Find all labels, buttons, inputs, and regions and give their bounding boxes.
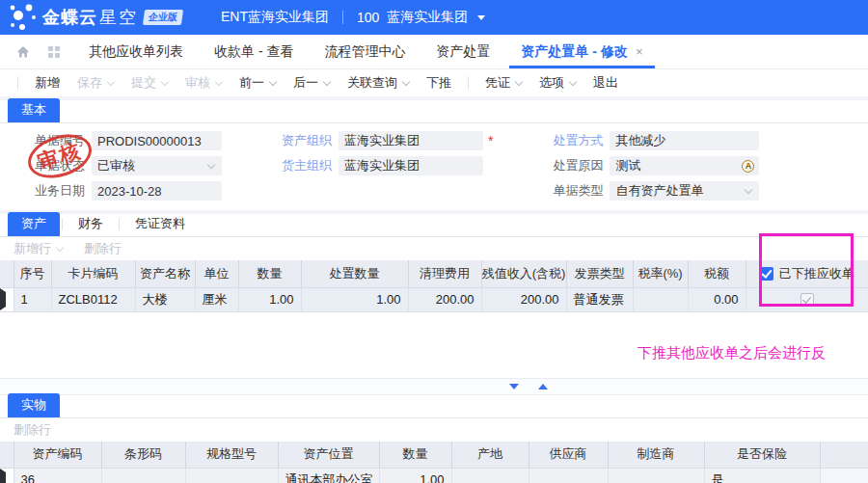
column-header-asset-name[interactable]: 资产名称 [135, 260, 195, 287]
options-button[interactable]: 选项 [530, 74, 584, 92]
org-name[interactable]: 蓝海实业集团 [387, 9, 468, 26]
app-grid-icon[interactable] [48, 46, 60, 58]
bill-no-field[interactable]: PRODIS00000013 [92, 131, 222, 150]
pushed-checkbox-header[interactable] [760, 267, 773, 281]
tab-asset[interactable]: 资产 [8, 212, 60, 236]
cell-seq[interactable]: 1 [14, 287, 51, 311]
physical-table-row[interactable]: 36 通讯本部办公室 1.00 是 [0, 469, 868, 483]
column-header-disposal-qty[interactable]: 处置数量 [301, 260, 408, 287]
cell-asset-location[interactable]: 通讯本部办公室 [278, 469, 379, 483]
exit-button[interactable]: 退出 [584, 74, 627, 92]
owner-org-label[interactable]: 货主组织 [272, 157, 332, 174]
linked-query-button[interactable]: 关联查询 [339, 74, 418, 92]
cell-tax-amount[interactable]: 0.00 [688, 287, 746, 311]
column-header-asset-code[interactable]: 资产编码 [14, 442, 101, 469]
collapse-up-icon[interactable] [538, 384, 548, 389]
owner-org-field[interactable]: 蓝海实业集团 [339, 156, 483, 175]
tab-finance[interactable]: 财务 [65, 212, 117, 236]
cell-qty[interactable]: 1.00 [238, 287, 301, 311]
cell-unit[interactable]: 厘米 [195, 287, 238, 311]
column-header-spec-model[interactable]: 规格型号 [185, 442, 278, 469]
asset-table-row[interactable]: 1 ZCLB0112 大楼 厘米 1.00 1.00 200.00 200.00… [0, 287, 868, 311]
cell-tax-rate[interactable] [633, 287, 688, 311]
column-header-manufacturer[interactable]: 制造商 [608, 442, 704, 469]
column-header-pushed[interactable]: 已下推应收单 [746, 260, 868, 287]
tab-asset-disposal[interactable]: 资产处置 [420, 35, 505, 68]
tab-receipt-view[interactable]: 收款单 - 查看 [199, 35, 309, 68]
cell-barcode[interactable] [101, 469, 185, 483]
column-header-insured[interactable]: 是否保险 [704, 442, 820, 469]
column-header-barcode[interactable]: 条形码 [101, 442, 185, 469]
audit-button[interactable]: 审核 [176, 74, 231, 92]
tab-voucher-info[interactable]: 凭证资料 [122, 212, 199, 236]
save-button[interactable]: 保存 [68, 74, 122, 92]
tab-asset-disposal-edit[interactable]: 资产处置单 - 修改 × [505, 35, 658, 68]
voucher-button[interactable]: 凭证 [476, 74, 530, 92]
annotation-text: 下推其他应收单之后会进行反 [637, 344, 826, 362]
new-button[interactable]: 新增 [26, 74, 68, 92]
bill-type-select[interactable]: 自有资产处置单 [610, 181, 759, 201]
column-header-seq[interactable]: 序号 [14, 260, 51, 287]
cell-card-code[interactable]: ZCLB0112 [51, 287, 135, 311]
push-down-button[interactable]: 下推 [418, 74, 460, 92]
pushed-checkbox[interactable] [800, 293, 814, 307]
column-header-cleanup-fee[interactable]: 清理费用 [408, 260, 481, 287]
tab-close-icon[interactable]: × [636, 44, 643, 59]
cell-residual-income[interactable]: 200.00 [481, 287, 566, 311]
disposal-reason-field[interactable]: 测试A [610, 156, 759, 175]
column-header-unit[interactable]: 单位 [195, 260, 238, 287]
cell-spec-model[interactable] [185, 469, 278, 483]
asset-org-label[interactable]: 资产组织 [272, 132, 332, 149]
previous-button[interactable]: 前一 [231, 74, 285, 92]
collapse-down-icon[interactable] [509, 384, 519, 389]
add-row-button[interactable]: 新增行 [14, 240, 63, 257]
tab-basic[interactable]: 基本 [8, 98, 60, 122]
asset-org-field[interactable]: 蓝海实业集团 [339, 131, 483, 150]
disposal-method-label[interactable]: 处置方式 [543, 132, 603, 149]
chevron-down-icon [215, 77, 223, 85]
column-header-qty[interactable]: 数量 [238, 260, 301, 287]
disposal-method-field[interactable]: 其他减少 [610, 131, 759, 150]
physical-section-tabs: 实物 [0, 395, 868, 418]
cell-cleanup-fee[interactable]: 200.00 [408, 287, 481, 311]
row-marker [0, 287, 14, 311]
business-date-field[interactable]: 2023-10-28 [92, 181, 222, 201]
column-header-tax-rate[interactable]: 税率(%) [633, 260, 688, 287]
workspace-name[interactable]: ENT蓝海实业集团 [221, 9, 329, 26]
cell-invoice-type[interactable]: 普通发票 [566, 287, 633, 311]
column-header-tax-amount[interactable]: 税额 [688, 260, 746, 287]
column-header-card-code[interactable]: 卡片编码 [51, 260, 135, 287]
cell-disposal-qty[interactable]: 1.00 [301, 287, 408, 311]
column-header-asset-location[interactable]: 资产位置 [278, 442, 379, 469]
chevron-down-icon [207, 160, 215, 168]
tab-other-receivable-list[interactable]: 其他应收单列表 [73, 35, 199, 68]
column-header-origin[interactable]: 产地 [451, 442, 529, 469]
cell-manufacturer[interactable] [608, 469, 704, 483]
tab-physical[interactable]: 实物 [8, 393, 60, 417]
column-header-supplier[interactable]: 供应商 [529, 442, 608, 469]
chevron-down-icon [569, 77, 577, 85]
panel-splitter[interactable] [0, 378, 868, 395]
submit-button[interactable]: 提交 [122, 74, 176, 92]
org-dropdown-caret-icon[interactable] [477, 15, 485, 20]
cell-insured[interactable]: 是 [704, 469, 820, 483]
cell-asset-code[interactable]: 36 [14, 469, 101, 483]
column-header-invoice-type[interactable]: 发票类型 [566, 260, 633, 287]
cell-pushed[interactable] [746, 287, 868, 311]
column-header-residual-income[interactable]: 残值收入(含税) [481, 260, 566, 287]
asset-table-header: 序号 卡片编码 资产名称 单位 数量 处置数量 清理费用 残值收入(含税) 发票… [0, 260, 868, 287]
cell-origin[interactable] [451, 469, 529, 483]
column-header-qty[interactable]: 数量 [379, 442, 451, 469]
cell-supplier[interactable] [529, 469, 608, 483]
cell-asset-name[interactable]: 大楼 [135, 287, 195, 311]
multilanguage-icon[interactable]: A [742, 160, 754, 173]
row-marker [0, 469, 14, 483]
tab-process-center[interactable]: 流程管理中心 [309, 35, 420, 68]
cell-qty[interactable]: 1.00 [379, 469, 451, 483]
delete-row-button[interactable]: 删除行 [14, 421, 51, 439]
home-icon[interactable] [15, 44, 31, 60]
bill-status-select[interactable]: 已审核 [92, 156, 222, 175]
next-button[interactable]: 后一 [285, 74, 339, 92]
delete-row-button[interactable]: 删除行 [84, 240, 122, 257]
bill-type-label: 单据类型 [543, 182, 603, 200]
